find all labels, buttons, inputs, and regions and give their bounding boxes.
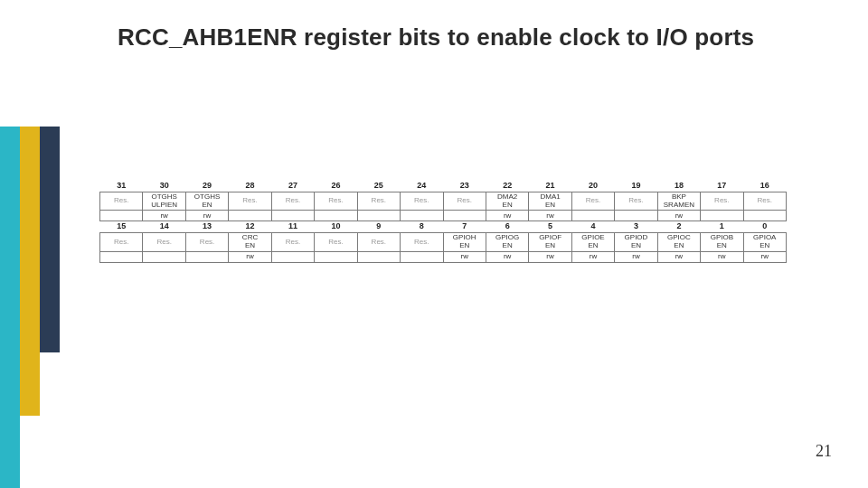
reserved-cell: Res. bbox=[571, 192, 614, 211]
bit-number: 13 bbox=[185, 221, 228, 233]
reserved-cell: Res. bbox=[100, 192, 143, 211]
rw-cell: rw bbox=[486, 211, 528, 221]
rw-cell: rw bbox=[143, 211, 185, 221]
bit-number: 6 bbox=[486, 221, 528, 233]
reserved-cell: Res. bbox=[443, 192, 486, 211]
rw-cell bbox=[615, 211, 657, 221]
bit-number: 27 bbox=[271, 181, 314, 192]
rw-cell: rw bbox=[657, 211, 700, 221]
rw-cell bbox=[100, 251, 143, 262]
rw-cell bbox=[229, 211, 271, 221]
bit-row-high: 31302928272625242322212019181716 bbox=[100, 181, 787, 192]
bitfield-cell: GPIOHEN bbox=[443, 233, 486, 252]
bit-number: 26 bbox=[315, 181, 357, 192]
reserved-cell: Res. bbox=[401, 233, 443, 252]
rw-row-low: rwrwrwrwrwrwrwrwrw bbox=[100, 251, 787, 262]
bit-number: 22 bbox=[486, 181, 528, 192]
rw-cell bbox=[143, 251, 185, 262]
bit-number: 2 bbox=[657, 221, 700, 233]
rw-cell: rw bbox=[185, 211, 228, 221]
bitfield-cell: GPIOEEN bbox=[571, 233, 614, 252]
slide: RCC_AHB1ENR register bits to enable cloc… bbox=[0, 0, 868, 488]
reserved-cell: Res. bbox=[271, 233, 314, 252]
reserved-cell: Res. bbox=[185, 233, 228, 252]
bitfield-cell: GPIOBEN bbox=[701, 233, 743, 252]
bit-number: 16 bbox=[743, 181, 786, 192]
bit-number: 29 bbox=[185, 181, 228, 192]
rw-cell: rw bbox=[701, 251, 743, 262]
rw-cell: rw bbox=[615, 251, 657, 262]
name-row-low: Res.Res.Res.CRCENRes.Res.Res.Res.GPIOHEN… bbox=[100, 233, 787, 252]
rw-cell bbox=[743, 211, 786, 221]
bitfield-cell: GPIOGEN bbox=[486, 233, 528, 252]
bit-number: 20 bbox=[571, 181, 614, 192]
bit-number: 14 bbox=[143, 221, 185, 233]
bit-number: 28 bbox=[229, 181, 271, 192]
reserved-cell: Res. bbox=[100, 233, 143, 252]
rw-cell bbox=[271, 211, 314, 221]
rw-cell bbox=[315, 251, 357, 262]
page-number: 21 bbox=[816, 442, 832, 461]
bitfield-cell: GPIODEN bbox=[615, 233, 657, 252]
rw-cell bbox=[315, 211, 357, 221]
rw-cell: rw bbox=[529, 251, 571, 262]
rw-cell bbox=[271, 251, 314, 262]
bit-number: 30 bbox=[143, 181, 185, 192]
rw-cell bbox=[357, 211, 400, 221]
bit-row-low: 1514131211109876543210 bbox=[100, 221, 787, 233]
reserved-cell: Res. bbox=[315, 192, 357, 211]
bit-number: 9 bbox=[357, 221, 400, 233]
reserved-cell: Res. bbox=[357, 192, 400, 211]
bit-number: 31 bbox=[100, 181, 143, 192]
bit-number: 15 bbox=[100, 221, 143, 233]
bitfield-cell: DMA1EN bbox=[529, 192, 571, 211]
bitfield-cell: OTGHSEN bbox=[185, 192, 228, 211]
rw-cell bbox=[185, 251, 228, 262]
bitfield-cell: GPIOAEN bbox=[743, 233, 786, 252]
bit-number: 7 bbox=[443, 221, 486, 233]
bitfield-cell: CRCEN bbox=[229, 233, 271, 252]
reserved-cell: Res. bbox=[229, 192, 271, 211]
bit-number: 4 bbox=[571, 221, 614, 233]
register-table-wrap: 31302928272625242322212019181716 Res.OTG… bbox=[99, 181, 787, 263]
name-row-high: Res.OTGHSULPIENOTGHSENRes.Res.Res.Res.Re… bbox=[100, 192, 787, 211]
rw-cell: rw bbox=[529, 211, 571, 221]
rw-row-high: rwrwrwrwrw bbox=[100, 211, 787, 221]
bit-number: 18 bbox=[657, 181, 700, 192]
rw-cell bbox=[401, 211, 443, 221]
reserved-cell: Res. bbox=[315, 233, 357, 252]
bit-number: 11 bbox=[271, 221, 314, 233]
reserved-cell: Res. bbox=[401, 192, 443, 211]
bit-number: 21 bbox=[529, 181, 571, 192]
bit-number: 8 bbox=[401, 221, 443, 233]
reserved-cell: Res. bbox=[357, 233, 400, 252]
reserved-cell: Res. bbox=[743, 192, 786, 211]
reserved-cell: Res. bbox=[615, 192, 657, 211]
bit-number: 10 bbox=[315, 221, 357, 233]
rw-cell bbox=[443, 211, 486, 221]
reserved-cell: Res. bbox=[143, 233, 185, 252]
bitfield-cell: OTGHSULPIEN bbox=[143, 192, 185, 211]
bit-number: 3 bbox=[615, 221, 657, 233]
register-table: 31302928272625242322212019181716 Res.OTG… bbox=[99, 181, 787, 263]
rw-cell: rw bbox=[486, 251, 528, 262]
bit-number: 19 bbox=[615, 181, 657, 192]
bit-number: 5 bbox=[529, 221, 571, 233]
reserved-cell: Res. bbox=[701, 192, 743, 211]
rw-cell bbox=[571, 211, 614, 221]
bitfield-cell: BKPSRAMEN bbox=[657, 192, 700, 211]
rw-cell: rw bbox=[229, 251, 271, 262]
bit-number: 25 bbox=[357, 181, 400, 192]
rw-cell bbox=[357, 251, 400, 262]
rw-cell: rw bbox=[443, 251, 486, 262]
bit-number: 12 bbox=[229, 221, 271, 233]
reserved-cell: Res. bbox=[271, 192, 314, 211]
rw-cell: rw bbox=[571, 251, 614, 262]
rw-cell: rw bbox=[657, 251, 700, 262]
bit-number: 1 bbox=[701, 221, 743, 233]
bitfield-cell: GPIOFEN bbox=[529, 233, 571, 252]
bitfield-cell: DMA2EN bbox=[486, 192, 528, 211]
page-title: RCC_AHB1ENR register bits to enable cloc… bbox=[118, 23, 754, 52]
bit-number: 0 bbox=[743, 221, 786, 233]
rw-cell bbox=[401, 251, 443, 262]
